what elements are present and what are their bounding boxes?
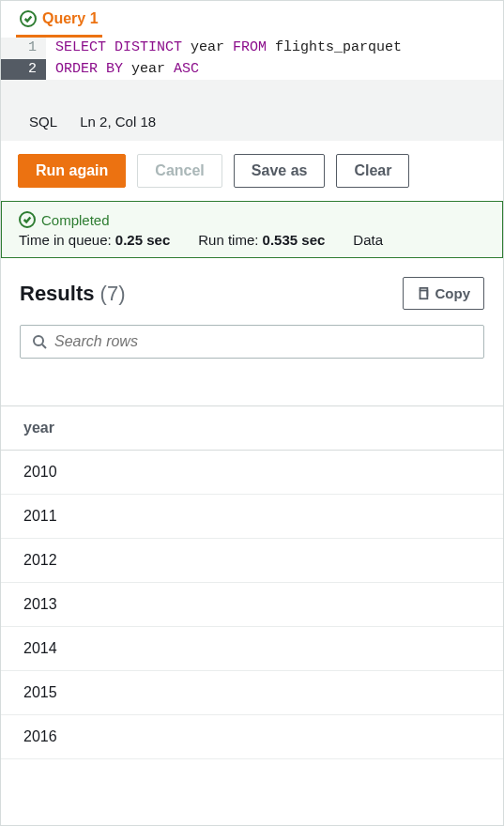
- svg-rect-0: [420, 290, 427, 298]
- column-header-year[interactable]: year: [1, 406, 503, 451]
- search-field[interactable]: [54, 333, 472, 350]
- check-circle-icon: [19, 211, 36, 228]
- table-row: 2016: [1, 715, 503, 759]
- table-row: 2012: [1, 539, 503, 583]
- run-again-button[interactable]: Run again: [18, 154, 126, 188]
- editor-language: SQL: [29, 114, 57, 130]
- svg-line-2: [42, 344, 46, 348]
- search-rows-input[interactable]: [20, 325, 484, 359]
- clear-button[interactable]: Clear: [336, 154, 409, 188]
- query-tabs: Query 1: [1, 1, 503, 38]
- results-title: Results (7): [20, 282, 126, 306]
- table-row: 2013: [1, 583, 503, 627]
- status-state: Completed: [41, 212, 110, 228]
- results-count: (7): [100, 282, 126, 305]
- copy-label: Copy: [435, 285, 471, 301]
- line-number: 2: [1, 59, 46, 81]
- copy-button[interactable]: Copy: [403, 277, 485, 310]
- sql-editor[interactable]: 1 SELECT DISTINCT year FROM flights_parq…: [1, 38, 503, 104]
- tab-label: Query 1: [42, 10, 99, 27]
- code-line[interactable]: ORDER BY year ASC: [46, 59, 503, 81]
- code-line[interactable]: SELECT DISTINCT year FROM flights_parque…: [46, 38, 503, 59]
- editor-blank[interactable]: [1, 80, 503, 104]
- cursor-position: Ln 2, Col 18: [80, 114, 156, 130]
- copy-icon: [417, 287, 430, 300]
- save-as-button[interactable]: Save as: [234, 154, 326, 188]
- results-table: year 2010 2011 2012 2013 2014 2015 2016: [1, 405, 503, 759]
- table-row: 2011: [1, 495, 503, 539]
- editor-statusbar: SQL Ln 2, Col 18: [1, 104, 503, 141]
- check-circle-icon: [20, 10, 37, 27]
- table-row: 2014: [1, 627, 503, 671]
- run-time: Run time: 0.535 sec: [198, 232, 325, 248]
- queue-time: Time in queue: 0.25 sec: [19, 232, 170, 248]
- query-status-panel: Completed Time in queue: 0.25 sec Run ti…: [1, 201, 503, 258]
- action-toolbar: Run again Cancel Save as Clear: [1, 141, 503, 201]
- results-section: Results (7) Copy year 2010 2011 2012 201…: [1, 258, 503, 759]
- svg-point-1: [34, 336, 43, 345]
- table-row: 2010: [1, 451, 503, 495]
- data-scanned: Data: [353, 232, 383, 248]
- search-icon: [32, 334, 47, 349]
- line-number: 1: [1, 38, 46, 59]
- cancel-button[interactable]: Cancel: [137, 154, 221, 188]
- tab-query-1[interactable]: Query 1: [16, 7, 102, 38]
- table-row: 2015: [1, 671, 503, 715]
- editor-line: 1 SELECT DISTINCT year FROM flights_parq…: [1, 38, 503, 59]
- editor-line: 2 ORDER BY year ASC: [1, 59, 503, 81]
